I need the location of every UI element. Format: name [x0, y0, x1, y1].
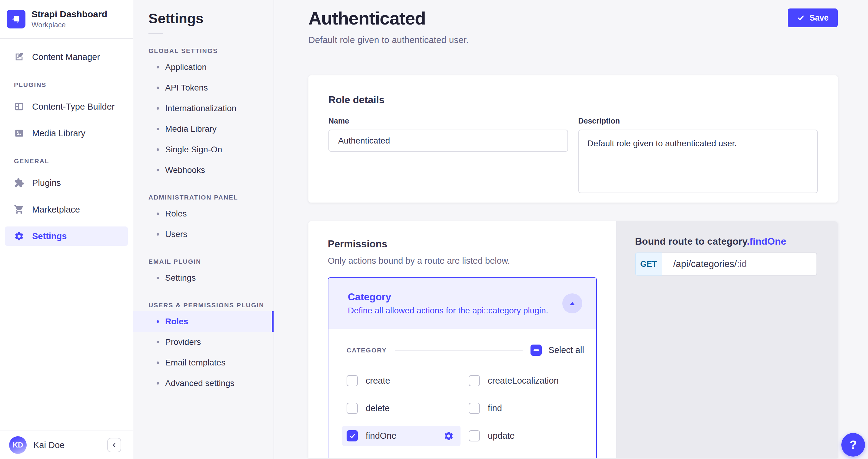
- feather-pen-icon: [14, 52, 24, 62]
- subnav-section-email-plugin: EMAIL PLUGIN: [133, 258, 274, 265]
- subnav-item-label: Media Library: [165, 124, 217, 134]
- subnav-list-global-settings: Application API Tokens Internationalizat…: [133, 57, 274, 181]
- bound-route-panel: Bound route to category.findOne GET /api…: [616, 221, 838, 458]
- bullet-icon: [157, 66, 159, 68]
- delete-checkbox[interactable]: [347, 403, 358, 414]
- route-path: /api/categories/:id: [662, 253, 817, 275]
- subnav-divider: [149, 33, 163, 34]
- sidebar-item-plugins[interactable]: Plugins: [5, 173, 128, 193]
- strapi-logo-icon: [7, 10, 26, 29]
- chevron-up-icon: [568, 299, 577, 308]
- subnav-item-advanced-settings[interactable]: Advanced settings: [133, 373, 274, 394]
- permissions-card: Permissions Only actions bound by a rout…: [308, 221, 616, 458]
- category-group-label: CATEGORY: [347, 347, 387, 354]
- subnav-item-webhooks[interactable]: Webhooks: [133, 160, 274, 181]
- checkbox-label: find: [488, 403, 502, 413]
- checkbox-label: create: [366, 376, 390, 386]
- bullet-icon: [157, 128, 159, 130]
- sidebar-item-label: Settings: [32, 231, 67, 241]
- app-logo-row: Strapi Dashboard Workplace: [0, 0, 133, 39]
- sidebar-item-label: Content-Type Builder: [32, 102, 115, 112]
- sidebar-nav: Content Manager PLUGINS Content-Type Bui…: [0, 39, 133, 246]
- chevron-left-icon: [111, 442, 118, 449]
- subnav-item-admin-roles[interactable]: Roles: [133, 203, 274, 224]
- subnav-item-label: Advanced settings: [165, 379, 235, 388]
- subnav-section-global-settings: GLOBAL SETTINGS: [133, 47, 274, 55]
- page-header: Authenticated Default role given to auth…: [308, 8, 838, 45]
- subnav-item-label: Internationalization: [165, 103, 236, 113]
- app-identity: Strapi Dashboard Workplace: [32, 9, 107, 29]
- bound-route-heading: Bound route to category.findOne: [635, 236, 818, 247]
- group-divider: [395, 350, 523, 351]
- subnav-item-media-library[interactable]: Media Library: [133, 119, 274, 139]
- subnav-item-label: Webhooks: [165, 165, 205, 175]
- subnav-item-admin-users[interactable]: Users: [133, 224, 274, 244]
- subnav-item-label: Settings: [165, 273, 196, 283]
- name-input[interactable]: [329, 130, 568, 152]
- permissions-heading: Permissions: [328, 238, 597, 250]
- permission-item-createLocalization: createLocalization: [469, 375, 584, 386]
- sidebar-item-settings[interactable]: Settings: [5, 227, 128, 246]
- select-all-checkbox[interactable]: [530, 345, 542, 356]
- sidebar-item-marketplace[interactable]: Marketplace: [5, 200, 128, 219]
- picture-icon: [14, 128, 24, 138]
- category-accordion: Category Define all allowed actions for …: [328, 277, 597, 458]
- sidebar-item-label: Marketplace: [32, 205, 80, 215]
- page-subtitle: Default role given to authenticated user…: [308, 35, 469, 45]
- permissions-checkbox-grid: create createLocalization delete: [347, 375, 584, 441]
- subnav-item-application[interactable]: Application: [133, 57, 274, 77]
- permission-item-create: create: [347, 375, 469, 386]
- find-checkbox[interactable]: [469, 403, 480, 414]
- subnav-item-api-tokens[interactable]: API Tokens: [133, 77, 274, 98]
- permissions-subtitle: Only actions bound by a route are listed…: [328, 256, 597, 266]
- category-accordion-header[interactable]: Category Define all allowed actions for …: [329, 278, 596, 329]
- bullet-icon: [157, 87, 159, 89]
- name-label: Name: [329, 117, 568, 125]
- subnav-section-administration-panel: ADMINISTRATION PANEL: [133, 194, 274, 201]
- accordion-collapse-button[interactable]: [562, 293, 582, 314]
- subnav-item-single-sign-on[interactable]: Single Sign-On: [133, 139, 274, 160]
- update-checkbox[interactable]: [469, 430, 480, 441]
- bullet-icon: [157, 277, 159, 279]
- accordion-subtitle: Define all allowed actions for the api::…: [348, 306, 562, 316]
- user-name: Kai Doe: [33, 440, 107, 450]
- subnav-item-internationalization[interactable]: Internationalization: [133, 98, 274, 119]
- puzzle-icon: [14, 178, 24, 188]
- subnav-item-up-roles[interactable]: Roles: [133, 311, 274, 332]
- findOne-checkbox[interactable]: [347, 430, 358, 441]
- subnav-item-label: Users: [165, 230, 187, 239]
- avatar[interactable]: KD: [9, 436, 27, 454]
- strapi-admin-app: Strapi Dashboard Workplace Content Manag…: [0, 0, 868, 459]
- subnav-item-email-templates[interactable]: Email templates: [133, 353, 274, 373]
- description-textarea[interactable]: Default role given to authenticated user…: [578, 130, 818, 193]
- sidebar-section-plugins: PLUGINS: [5, 81, 128, 89]
- main-content: Authenticated Default role given to auth…: [274, 0, 868, 459]
- sidebar-item-content-manager[interactable]: Content Manager: [5, 47, 128, 67]
- bullet-icon: [157, 320, 159, 323]
- role-details-fields: Name Description Default role given to a…: [329, 117, 818, 194]
- app-subtitle: Workplace: [32, 20, 107, 29]
- category-accordion-body: CATEGORY Select all create: [329, 329, 596, 441]
- sidebar-collapse-button[interactable]: [107, 438, 121, 452]
- help-button[interactable]: ?: [841, 433, 865, 457]
- description-field-group: Description Default role given to authen…: [578, 117, 818, 194]
- check-icon: [797, 14, 805, 22]
- sidebar-item-media-library[interactable]: Media Library: [5, 124, 128, 143]
- createLocalization-checkbox[interactable]: [469, 375, 480, 386]
- sidebar-user-bar: KD Kai Doe: [0, 430, 133, 459]
- subnav-item-email-settings[interactable]: Settings: [133, 268, 274, 288]
- select-all-label: Select all: [548, 345, 584, 355]
- save-button[interactable]: Save: [788, 8, 838, 27]
- checkbox-label: delete: [366, 403, 390, 413]
- subnav-item-providers[interactable]: Providers: [133, 332, 274, 353]
- sidebar-item-content-type-builder[interactable]: Content-Type Builder: [5, 97, 128, 116]
- findOne-settings-gear-icon[interactable]: [443, 431, 454, 441]
- description-label: Description: [578, 117, 818, 125]
- create-checkbox[interactable]: [347, 375, 358, 386]
- bullet-icon: [157, 107, 159, 109]
- subnav-item-label: Roles: [165, 209, 187, 219]
- subnav-title: Settings: [133, 10, 274, 27]
- bullet-icon: [157, 382, 159, 385]
- layout-grid-icon: [14, 101, 24, 112]
- sidebar-item-label: Plugins: [32, 178, 61, 188]
